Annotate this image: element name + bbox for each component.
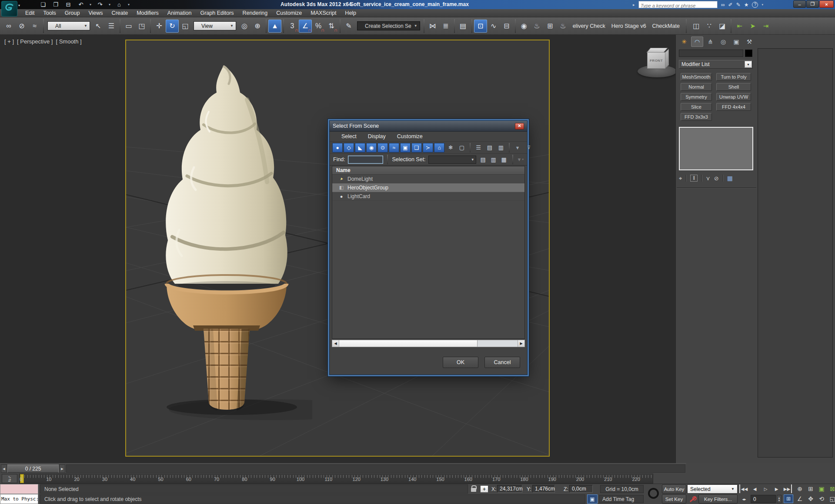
- set-key-button[interactable]: Set Key: [662, 494, 686, 504]
- toolbar-divider[interactable]: [515, 19, 516, 33]
- subscription-center-icon[interactable]: ✐: [728, 2, 733, 7]
- filter-combinations-icon[interactable]: ⊽: [524, 143, 534, 153]
- z-coordinate-field[interactable]: 0,0cm: [569, 485, 593, 493]
- scene-item-domelight[interactable]: ▼ DomeLight: [332, 175, 524, 183]
- undo-dropdown-icon[interactable]: ▾: [89, 1, 92, 9]
- curve-editor-icon[interactable]: ∿: [487, 20, 500, 33]
- reference-coordinate-system-dropdown[interactable]: View▼: [194, 21, 236, 30]
- time-slider-handle[interactable]: 0 / 225: [7, 464, 59, 473]
- snaps-toggle-3d-icon[interactable]: 3∩: [286, 20, 299, 33]
- workspace-dropdown-icon[interactable]: ▾: [127, 1, 130, 9]
- make-unique-icon[interactable]: ⋎: [706, 176, 710, 181]
- isolate-selection-icon[interactable]: ▣: [587, 494, 598, 504]
- modifier-meshsmooth-button[interactable]: MeshSmooth: [681, 73, 712, 81]
- display-helpers-icon[interactable]: ⊙: [377, 143, 388, 153]
- next-frame-arrow-icon[interactable]: ►: [59, 464, 65, 473]
- viewcube-side-face[interactable]: [665, 49, 669, 69]
- scrollbar-thumb[interactable]: [339, 340, 478, 347]
- find-input[interactable]: [348, 156, 384, 164]
- key-filters-button[interactable]: Key Filters...: [698, 494, 738, 504]
- redo-icon[interactable]: ↷: [95, 1, 105, 9]
- modifier-turn-to-poly-button[interactable]: Turn to Poly: [716, 73, 751, 81]
- select-all-icon[interactable]: ▤: [479, 155, 488, 164]
- modifier-symmetry-button[interactable]: Symmetry: [681, 93, 712, 101]
- previous-frame-arrow-icon[interactable]: ◄: [1, 464, 7, 473]
- dialog-menu-customize[interactable]: Customize: [392, 133, 428, 139]
- maximize-viewport-toggle-icon[interactable]: ◱: [828, 494, 835, 503]
- modifier-stack[interactable]: [679, 127, 753, 170]
- toolbar-divider[interactable]: [454, 19, 455, 33]
- manage-layers-icon[interactable]: ▤: [457, 20, 470, 33]
- x-coordinate-field[interactable]: 24,317cm: [497, 485, 522, 493]
- menu-animation[interactable]: Animation: [163, 9, 196, 17]
- mirror-icon[interactable]: ⋈: [426, 20, 439, 33]
- viewport-general-menu[interactable]: [ + ]: [4, 38, 14, 45]
- select-by-name-icon[interactable]: ☰: [105, 20, 118, 33]
- scene-item-heroobjectgroup[interactable]: ◧ HeroObjectGroup: [332, 183, 524, 192]
- detail-view-icon[interactable]: ▤: [484, 143, 495, 153]
- help-icon[interactable]: ?: [752, 2, 758, 8]
- display-geometry-icon[interactable]: ●: [332, 143, 343, 153]
- stack-divider[interactable]: [686, 175, 686, 182]
- display-frozen-objects-icon[interactable]: ❄: [445, 143, 456, 153]
- graphite-modeling-tools-icon[interactable]: ⊡: [474, 20, 487, 33]
- minimize-button[interactable]: –: [793, 0, 806, 8]
- frame-spinner[interactable]: ▲▼: [777, 495, 782, 503]
- restore-button[interactable]: ❐: [806, 0, 819, 8]
- dialog-close-icon[interactable]: ✕: [515, 123, 524, 129]
- toolbar-divider[interactable]: [283, 19, 284, 33]
- bind-to-space-warp-icon[interactable]: ≈: [28, 20, 41, 33]
- window-crossing-toggle-icon[interactable]: ◳: [135, 20, 148, 33]
- selection-lock-icon[interactable]: [471, 488, 476, 492]
- schematic-view-icon[interactable]: ⊟: [500, 20, 513, 33]
- previous-frame-icon[interactable]: ◀: [750, 484, 759, 493]
- cancel-button[interactable]: Cancel: [484, 357, 520, 368]
- time-configuration-icon[interactable]: ⊞: [784, 494, 793, 503]
- configure-modifier-sets-icon[interactable]: ▦: [727, 175, 733, 181]
- dialog-toolbar-divider[interactable]: [470, 143, 471, 153]
- time-slider-track[interactable]: [66, 464, 685, 473]
- help-caret-icon[interactable]: ▾: [762, 3, 763, 7]
- communication-center-icon[interactable]: ✎: [736, 2, 741, 7]
- menu-maxscript[interactable]: MAXScript: [306, 9, 341, 17]
- key-mode-dropdown[interactable]: Selected▼: [687, 484, 738, 494]
- named-selection-sets-dropdown[interactable]: Create Selection Se▼: [357, 21, 420, 30]
- toolbar-divider[interactable]: [424, 19, 424, 33]
- scene-item-lightcard[interactable]: ● LightCard: [332, 192, 524, 201]
- toolbar-divider[interactable]: [266, 19, 267, 33]
- stack-divider[interactable]: [701, 175, 702, 182]
- tab-motion[interactable]: ◎: [717, 36, 729, 47]
- add-time-tag[interactable]: Add Time Tag: [599, 495, 644, 503]
- use-pivot-point-center-icon[interactable]: ◎: [238, 20, 251, 33]
- filter-disabled-icon[interactable]: ▼▾: [517, 157, 524, 162]
- undo-icon[interactable]: ↶: [76, 1, 86, 9]
- select-and-manipulate-icon[interactable]: ⊕: [251, 20, 264, 33]
- toolbar-divider[interactable]: [686, 19, 687, 33]
- menu-rendering[interactable]: Rendering: [238, 9, 272, 17]
- modifier-slice-button[interactable]: Slice: [681, 103, 712, 111]
- column-view-icon[interactable]: ▥: [496, 143, 506, 153]
- name-column-header[interactable]: Name: [332, 166, 524, 175]
- remove-modifier-icon[interactable]: ⊘: [714, 176, 719, 181]
- modifier-list-dropdown[interactable]: Modifier List ▼: [679, 60, 753, 69]
- material-editor-icon[interactable]: ◉: [518, 20, 531, 33]
- tab-utilities[interactable]: ⚒: [743, 36, 755, 47]
- display-shapes-icon[interactable]: ◇: [344, 143, 354, 153]
- orbit-icon[interactable]: ⟲: [817, 494, 826, 503]
- align-icon[interactable]: ≣: [439, 20, 452, 33]
- object-name-field[interactable]: [679, 50, 743, 57]
- absolute-mode-icon[interactable]: +: [480, 485, 488, 493]
- open-file-icon[interactable]: ❐: [51, 1, 60, 9]
- spinner-snap-toggle-icon[interactable]: ⇅∩: [325, 20, 338, 33]
- percent-snap-toggle-icon[interactable]: %∩: [312, 20, 325, 33]
- menu-modifiers[interactable]: Modifiers: [132, 9, 163, 17]
- viewcube[interactable]: FRONT: [636, 44, 675, 83]
- dialog-title-bar[interactable]: Select From Scene ✕: [330, 121, 527, 132]
- selection-filter-dropdown[interactable]: All▼: [47, 21, 90, 30]
- dialog-toolbar-divider[interactable]: [509, 143, 510, 153]
- dialog-menu-display[interactable]: Display: [363, 133, 391, 139]
- tab-display[interactable]: ▣: [730, 36, 742, 47]
- modifier-shell-button[interactable]: Shell: [716, 83, 751, 91]
- filter-icon[interactable]: ▼: [512, 143, 523, 153]
- object-painter-icon[interactable]: ∵: [703, 20, 716, 33]
